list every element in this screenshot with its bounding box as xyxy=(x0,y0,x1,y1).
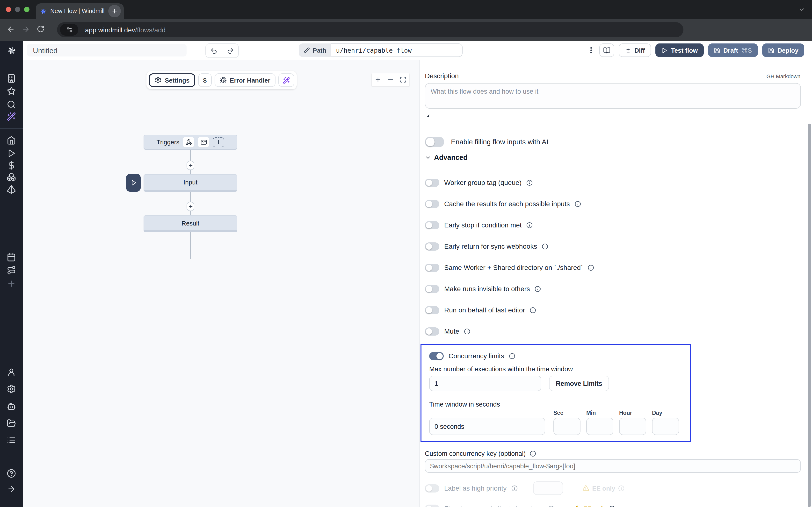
info-icon[interactable] xyxy=(530,307,536,313)
sidebar-item-variables[interactable] xyxy=(0,161,23,170)
insert-step-button[interactable] xyxy=(187,161,194,170)
sidebar-item-workspace[interactable] xyxy=(0,74,23,83)
windmill-logo[interactable] xyxy=(0,45,23,56)
settings-button[interactable]: Settings xyxy=(149,73,196,87)
add-trigger-button[interactable] xyxy=(213,137,224,147)
input-node[interactable]: Input xyxy=(144,174,237,192)
zoom-in-icon[interactable] xyxy=(374,76,382,83)
window-close-button[interactable] xyxy=(6,7,11,12)
same-worker-toggle[interactable] xyxy=(425,264,439,272)
sidebar-item-routes[interactable] xyxy=(0,266,23,275)
back-button[interactable] xyxy=(7,25,15,35)
remove-limits-button[interactable]: Remove Limits xyxy=(549,376,609,391)
window-zoom-button[interactable] xyxy=(24,7,30,12)
dedicated-workers-label: Flow is run on dedicated workers xyxy=(444,505,543,507)
plus-icon xyxy=(7,279,16,288)
email-trigger-button[interactable] xyxy=(198,137,209,147)
info-icon[interactable] xyxy=(609,505,615,507)
tab-search-button[interactable] xyxy=(799,6,805,15)
sidebar-item-home[interactable] xyxy=(0,136,23,145)
flow-title-input[interactable] xyxy=(27,44,187,56)
info-icon[interactable] xyxy=(464,328,470,334)
fit-view-icon[interactable] xyxy=(400,76,406,83)
sidebar-item-ai[interactable] xyxy=(0,112,23,121)
run-on-behalf-toggle[interactable] xyxy=(425,306,439,314)
forward-button[interactable] xyxy=(22,25,30,35)
variables-button[interactable]: $ xyxy=(198,73,211,87)
invisible-runs-toggle[interactable] xyxy=(425,285,439,293)
sidebar-item-create[interactable] xyxy=(0,279,23,288)
new-tab-button[interactable] xyxy=(108,5,121,17)
header-actions: Diff Test flow Draft⌘S Deploy xyxy=(587,44,804,57)
search-icon xyxy=(7,100,16,109)
reload-button[interactable] xyxy=(37,25,45,35)
info-icon[interactable] xyxy=(618,485,624,491)
description-textarea[interactable] xyxy=(425,83,801,109)
info-icon[interactable] xyxy=(511,485,518,491)
high-priority-toggle[interactable] xyxy=(425,484,439,492)
deploy-button[interactable]: Deploy xyxy=(762,44,804,57)
sidebar-item-settings[interactable] xyxy=(0,384,23,394)
resize-handle-icon[interactable] xyxy=(425,113,430,117)
info-icon[interactable] xyxy=(529,451,536,457)
sec-input[interactable] xyxy=(553,418,580,435)
info-icon[interactable] xyxy=(588,264,594,271)
run-input-button[interactable] xyxy=(126,174,141,192)
sidebar-item-assets[interactable] xyxy=(0,185,23,194)
path-label: Path xyxy=(313,47,326,54)
sidebar-item-workers[interactable] xyxy=(0,402,23,411)
window-minimize-button[interactable] xyxy=(15,7,20,12)
sidebar-item-resources[interactable] xyxy=(0,172,23,181)
error-handler-button[interactable]: Error Handler xyxy=(214,73,276,87)
info-icon[interactable] xyxy=(509,353,515,359)
cache-results-toggle[interactable] xyxy=(425,200,439,208)
docs-button[interactable] xyxy=(599,44,614,57)
webhook-trigger-button[interactable] xyxy=(183,137,194,147)
address-bar[interactable]: app.windmill.dev/flows/add xyxy=(57,22,683,37)
gear-icon xyxy=(7,384,16,394)
diff-button[interactable]: Diff xyxy=(618,44,651,57)
panel-scrollbar[interactable] xyxy=(808,124,811,507)
sidebar-item-help[interactable] xyxy=(0,469,23,478)
sidebar-item-folders[interactable] xyxy=(0,418,23,428)
sidebar-collapse-button[interactable] xyxy=(0,484,23,494)
info-icon[interactable] xyxy=(526,222,533,228)
draft-button[interactable]: Draft⌘S xyxy=(708,44,758,57)
worker-group-toggle[interactable] xyxy=(425,178,439,187)
info-icon[interactable] xyxy=(548,505,554,507)
more-options-button[interactable] xyxy=(587,46,595,54)
result-node[interactable]: Result xyxy=(144,215,237,232)
sidebar-item-schedules[interactable] xyxy=(0,252,23,262)
undo-button[interactable] xyxy=(206,44,222,57)
max-executions-input[interactable] xyxy=(429,376,541,391)
ai-assistant-button[interactable] xyxy=(278,73,295,87)
info-icon[interactable] xyxy=(535,286,541,292)
advanced-section-header[interactable]: Advanced xyxy=(425,153,800,162)
sidebar-item-runs[interactable] xyxy=(0,149,23,158)
redo-button[interactable] xyxy=(222,44,238,57)
triggers-node[interactable]: Triggers xyxy=(144,135,237,150)
early-stop-toggle[interactable] xyxy=(425,221,439,229)
sidebar-item-favorites[interactable] xyxy=(0,87,23,96)
day-input[interactable] xyxy=(652,418,679,435)
info-icon[interactable] xyxy=(542,243,548,249)
sidebar-item-logs[interactable] xyxy=(0,436,23,445)
custom-key-input[interactable] xyxy=(425,459,801,473)
min-input[interactable] xyxy=(586,418,613,435)
sidebar-item-user[interactable] xyxy=(0,368,23,377)
flow-path-input[interactable] xyxy=(331,44,463,57)
early-return-toggle[interactable] xyxy=(425,242,439,250)
hour-input[interactable] xyxy=(619,418,646,435)
test-flow-button[interactable]: Test flow xyxy=(656,44,704,57)
ai-inputs-toggle[interactable] xyxy=(425,137,444,147)
site-info-button[interactable] xyxy=(60,24,78,36)
concurrency-limits-toggle[interactable] xyxy=(429,352,444,360)
dedicated-workers-toggle[interactable] xyxy=(425,504,439,507)
sidebar-item-search[interactable] xyxy=(0,100,23,109)
zoom-out-icon[interactable] xyxy=(387,76,394,83)
insert-step-button[interactable] xyxy=(187,202,194,211)
info-icon[interactable] xyxy=(575,201,581,207)
time-window-input[interactable] xyxy=(429,418,545,435)
info-icon[interactable] xyxy=(526,179,532,186)
mute-toggle[interactable] xyxy=(425,327,439,335)
